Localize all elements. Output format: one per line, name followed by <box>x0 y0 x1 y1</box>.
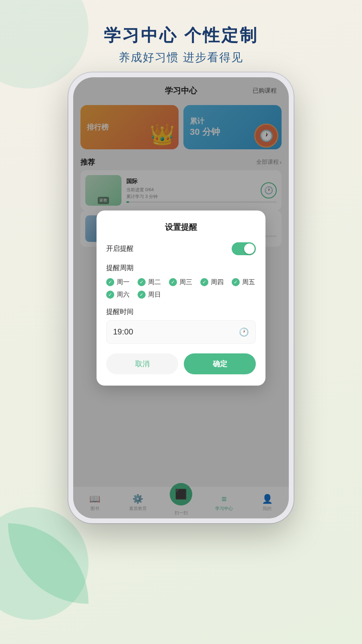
weekday-monday[interactable]: ✓ 周一 <box>106 278 130 287</box>
tuesday-check-icon: ✓ <box>138 278 146 286</box>
weekday-tuesday[interactable]: ✓ 周二 <box>138 278 161 287</box>
cancel-button[interactable]: 取消 <box>106 353 178 374</box>
confirm-button[interactable]: 确定 <box>184 353 256 374</box>
sunday-label: 周日 <box>148 291 161 299</box>
toggle-row: 开启提醒 <box>106 242 256 255</box>
weekday-friday[interactable]: ✓ 周五 <box>232 278 255 287</box>
wednesday-label: 周三 <box>179 278 192 287</box>
weekday-sunday[interactable]: ✓ 周日 <box>138 291 161 299</box>
modal-dialog: 设置提醒 开启提醒 提醒周期 <box>97 211 265 386</box>
modal-buttons: 取消 确定 <box>106 353 256 374</box>
thursday-check-icon: ✓ <box>200 278 208 286</box>
tuesday-label: 周二 <box>148 278 161 287</box>
friday-label: 周五 <box>242 278 255 287</box>
sunday-check-icon: ✓ <box>138 291 146 299</box>
period-label: 提醒周期 <box>106 263 256 272</box>
time-section: 提醒时间 19:00 🕐 <box>106 307 256 344</box>
saturday-label: 周六 <box>117 291 130 299</box>
time-input-field[interactable]: 19:00 🕐 <box>106 320 256 344</box>
phone-screen: 学习中心 已购课程 排行榜 👑 累计 30 分钟 🕐 <box>73 77 289 518</box>
app-content: 学习中心 已购课程 排行榜 👑 累计 30 分钟 🕐 <box>73 77 289 518</box>
monday-check-icon: ✓ <box>106 278 114 286</box>
monday-label: 周一 <box>117 278 130 287</box>
weekdays-grid: ✓ 周一 ✓ 周二 ✓ 周三 <box>106 278 256 299</box>
time-value: 19:00 <box>113 327 133 336</box>
weekday-saturday[interactable]: ✓ 周六 <box>106 291 130 299</box>
reminder-toggle[interactable] <box>232 242 256 255</box>
time-section-label: 提醒时间 <box>106 307 256 316</box>
weekday-wednesday[interactable]: ✓ 周三 <box>169 278 192 287</box>
time-clock-icon: 🕐 <box>239 327 249 337</box>
phone-frame: 学习中心 已购课程 排行榜 👑 累计 30 分钟 🕐 <box>68 72 294 523</box>
toggle-knob <box>244 244 255 254</box>
modal-overlay: 设置提醒 开启提醒 提醒周期 <box>73 77 289 518</box>
friday-check-icon: ✓ <box>232 278 240 286</box>
thursday-label: 周四 <box>211 278 224 287</box>
weekdays-section: 提醒周期 ✓ 周一 ✓ 周二 <box>106 263 256 299</box>
weekday-thursday[interactable]: ✓ 周四 <box>200 278 224 287</box>
saturday-check-icon: ✓ <box>106 291 114 299</box>
modal-title: 设置提醒 <box>106 222 256 233</box>
phone-wrapper: 学习中心 已购课程 排行榜 👑 累计 30 分钟 🕐 <box>68 72 294 523</box>
wednesday-check-icon: ✓ <box>169 278 177 286</box>
toggle-label: 开启提醒 <box>106 244 134 253</box>
